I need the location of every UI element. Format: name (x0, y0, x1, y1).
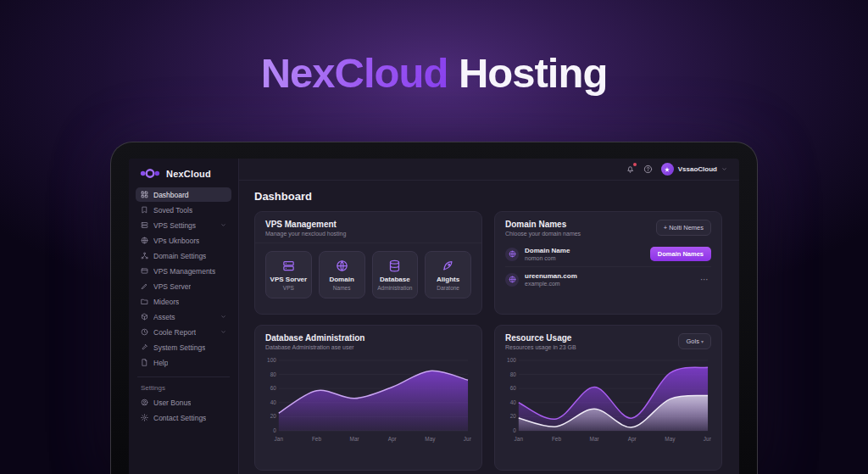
hero-title: NexCloud Hosting (0, 49, 868, 97)
sidebar: NexCloud Dashboard Soved Tools (129, 159, 239, 474)
sidebar-item-label: System Settings (153, 343, 205, 352)
sidebar-item-label: Domain Settings (153, 252, 206, 260)
svg-text:0: 0 (513, 427, 516, 433)
svg-text:Jan: Jan (275, 436, 284, 442)
svg-text:60: 60 (270, 385, 277, 391)
svg-text:0: 0 (273, 427, 276, 433)
page-title: Dashboard (254, 190, 722, 203)
sidebar-item-icon (141, 343, 148, 351)
sidebar-nav: Dashboard Soved Tools VPS Settings (136, 187, 231, 370)
sidebar-item[interactable]: Coole Report (136, 325, 231, 339)
laptop-frame: NexCloud Dashboard Soved Tools (110, 142, 758, 474)
sidebar-item[interactable]: VPS Managements (136, 264, 231, 278)
vps-tile[interactable]: Domain Names (319, 251, 365, 298)
add-domain-button[interactable]: + Nolti Nemes (656, 220, 711, 236)
sidebar-item[interactable]: Dashboard (136, 187, 231, 202)
sidebar-item-icon (141, 399, 148, 406)
sidebar-item-icon (141, 328, 148, 336)
sidebar-item-icon (141, 191, 148, 198)
app-screen: NexCloud Dashboard Soved Tools (129, 159, 739, 474)
domain-row[interactable]: Domain Name nomon com Domain Names (505, 242, 711, 266)
hero-title-rest: Hosting (459, 50, 607, 96)
sidebar-item-label: Contact Settings (153, 414, 206, 422)
tile-icon (388, 259, 401, 272)
sidebar-settings-nav: User Bonus Contact Settings (136, 395, 231, 425)
sidebar-item[interactable]: Mideors (136, 294, 231, 309)
tile-label: Domain (329, 276, 353, 283)
svg-text:40: 40 (510, 399, 517, 405)
sidebar-item[interactable]: VPS Settings (136, 218, 231, 232)
tile-sublabel: Daratone (437, 285, 459, 291)
sidebar-item-icon (141, 237, 148, 244)
domain-avatar (505, 273, 519, 287)
domain-row-action[interactable]: ⋯ (698, 275, 711, 284)
chevron-down-icon (721, 166, 727, 172)
vps-tile[interactable]: VPS Sorver VPS (265, 251, 312, 298)
sidebar-item-icon (141, 298, 148, 305)
domain-rows: Domain Name nomon com Domain Names u (505, 242, 711, 292)
sidebar-item-label: VPS Managements (153, 267, 215, 276)
domain-names-card: Domain Names Chioose your domain names +… (494, 211, 722, 315)
database-usage-chart: 020406080100JanFebMarAprMayJun (265, 355, 471, 443)
topbar: VssaoCloud (239, 159, 739, 181)
sidebar-item-label: Assets (153, 313, 175, 321)
svg-text:May: May (665, 436, 676, 443)
brand: NexCloud (136, 166, 231, 187)
nexcloud-logo-icon (139, 168, 161, 179)
domains-card-subtitle: Chioose your domain names (505, 231, 581, 237)
sidebar-item-label: Dashboard (153, 191, 189, 199)
svg-text:Feb: Feb (552, 436, 561, 442)
svg-text:Apr: Apr (388, 436, 398, 443)
sidebar-item[interactable]: Soved Tools (136, 203, 231, 217)
vps-tile[interactable]: Alights Daratone (425, 251, 471, 298)
svg-text:80: 80 (270, 371, 277, 377)
chevron-down-icon (220, 329, 226, 335)
sidebar-item[interactable]: VPS Server (136, 279, 231, 293)
globe-icon (509, 250, 516, 258)
sidebar-item-icon (141, 414, 148, 421)
tile-label: VPS Sorver (270, 276, 308, 283)
brand-name: NexCloud (166, 169, 211, 179)
vps-card-title: VPS Management (265, 220, 346, 229)
tile-icon (336, 259, 348, 272)
user-menu[interactable]: VssaoCloud (661, 163, 727, 176)
sidebar-item[interactable]: User Bonus (136, 395, 231, 410)
sidebar-item[interactable]: Contact Settings (136, 410, 231, 425)
sidebar-item-icon (141, 267, 148, 275)
tile-sublabel: VPS (283, 285, 294, 291)
sidebar-item[interactable]: Domain Settings (136, 248, 231, 263)
sidebar-item-icon (141, 206, 148, 214)
tile-label: Alights (437, 276, 459, 283)
sidebar-item[interactable]: System Settings (136, 340, 231, 354)
divider (255, 243, 481, 243)
sidebar-item[interactable]: Assets (136, 309, 231, 324)
globe-icon (509, 276, 516, 283)
resource-card-title: Resource Usage (505, 333, 576, 343)
sidebar-item-label: Soved Tools (153, 206, 192, 215)
sidebar-item-icon (141, 359, 148, 366)
sidebar-item-label: VPS Settings (153, 221, 196, 230)
avatar (661, 163, 674, 176)
sidebar-item-label: User Bonus (153, 399, 191, 407)
chevron-down-icon (220, 222, 226, 228)
resource-usage-chart: 020406080100JanFebMarAprMayJun (505, 355, 711, 443)
resource-filter-dropdown[interactable]: Gols ▾ (678, 333, 711, 349)
domain-row-action[interactable]: Domain Names (650, 247, 711, 261)
svg-text:Jun: Jun (704, 436, 711, 442)
domain-row[interactable]: ureenuman.com example.com ⋯ (505, 266, 711, 292)
vps-tile[interactable]: Database Administration (372, 251, 419, 298)
domain-sub: nomon com (525, 255, 570, 261)
bell-icon[interactable] (626, 165, 635, 174)
sidebar-item[interactable]: VPs Uknboors (136, 233, 231, 248)
help-icon[interactable] (643, 165, 653, 174)
vps-card-subtitle: Manage your nexcloud hosting (265, 231, 346, 237)
svg-text:20: 20 (510, 413, 517, 419)
svg-text:Feb: Feb (312, 436, 321, 442)
svg-text:Jan: Jan (515, 436, 524, 442)
sidebar-item-label: Mideors (153, 298, 179, 306)
user-name: VssaoCloud (678, 165, 717, 173)
svg-text:May: May (425, 436, 436, 443)
sidebar-item-label: Coole Report (153, 328, 196, 337)
cards-grid: VPS Management Manage your nexcloud host… (254, 211, 722, 471)
sidebar-item[interactable]: Help (136, 355, 231, 370)
